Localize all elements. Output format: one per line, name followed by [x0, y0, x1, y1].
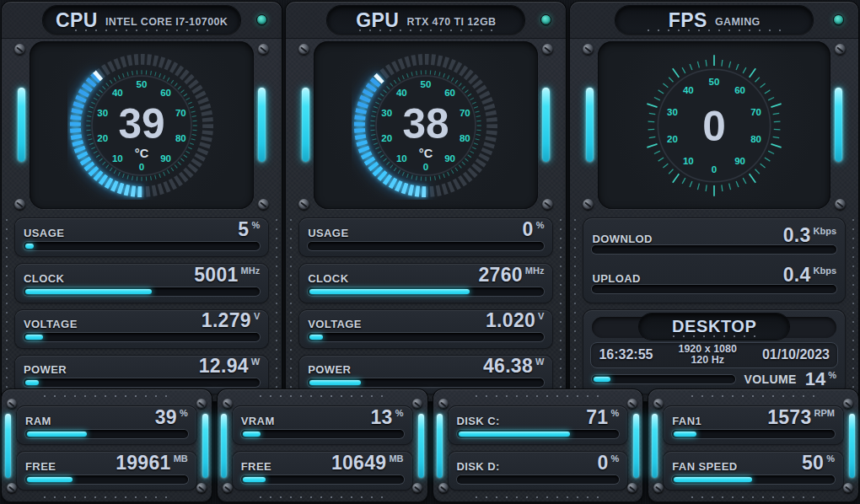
- svg-text:10: 10: [396, 153, 407, 164]
- stat-value: 13%: [371, 408, 404, 427]
- svg-text:40: 40: [396, 87, 407, 97]
- glow-bar-icon: [652, 414, 658, 478]
- led-indicator-icon: [256, 14, 267, 25]
- fan-speed-stat: FAN SPEED 50%: [664, 452, 843, 490]
- stat-label: FAN1: [672, 415, 701, 427]
- screw-icon: [7, 483, 17, 493]
- disk-c-stat: DISK C: 71%: [449, 406, 628, 444]
- cpu-usage-stat: USAGE 5%: [15, 218, 268, 256]
- gpu-gauge-area: 010203040506070809038°C: [286, 39, 566, 213]
- stat-value: 10649MB: [331, 453, 404, 473]
- svg-text:80: 80: [750, 134, 761, 144]
- stat-label: POWER: [24, 363, 67, 376]
- progress-bar: [308, 287, 544, 296]
- screw-icon: [835, 44, 846, 55]
- glow-bar-icon: [18, 88, 25, 162]
- screw-icon: [438, 399, 449, 409]
- stitch-dots: [691, 394, 817, 398]
- progress-bar: [24, 242, 260, 250]
- progress-bar: [592, 285, 836, 293]
- gpu-gauge-inset: 010203040506070809038°C: [314, 41, 538, 209]
- svg-text:38: 38: [403, 99, 449, 147]
- stat-value: 1.279V: [202, 311, 260, 330]
- svg-text:50: 50: [421, 79, 432, 89]
- cpu-panel-header: CPU INTEL CORE I7-10700K: [2, 2, 282, 39]
- stitch-dots: [43, 496, 169, 499]
- resolution: 1920 x 1080: [678, 343, 737, 355]
- svg-text:10: 10: [683, 156, 694, 166]
- glow-bar-icon: [202, 414, 208, 478]
- ram-panel: RAM 39% FREE 19961MB: [2, 389, 212, 502]
- progress-bar: [672, 475, 835, 484]
- stat-label: CLOCK: [24, 272, 64, 285]
- stat-label: RAM: [25, 415, 51, 427]
- screw-icon: [583, 199, 594, 210]
- stitch-dots: [672, 335, 756, 338]
- screw-icon: [258, 199, 269, 210]
- stat-label: FAN SPEED: [672, 460, 737, 473]
- gpu-stats: USAGE 0% CLOCK 2760MHz VOLTAGE 1.020V: [286, 213, 566, 402]
- stitch-dots: [647, 29, 782, 32]
- glow-bar-icon: [835, 88, 842, 162]
- gpu-power-stat: POWER 46.38W: [299, 356, 552, 394]
- volume-bar: [592, 375, 735, 383]
- svg-text:80: 80: [175, 132, 186, 142]
- disk-d-stat: DISK D: 0%: [449, 452, 628, 490]
- cpu-subtitle: INTEL CORE I7-10700K: [105, 13, 228, 28]
- fps-gauge-area: 01020304050607080900: [570, 39, 858, 213]
- glow-bar-icon: [437, 414, 443, 478]
- svg-text:39: 39: [119, 99, 165, 147]
- stat-value: 50%: [802, 453, 835, 473]
- stitch-dots: [259, 394, 385, 398]
- svg-text:70: 70: [460, 107, 470, 117]
- progress-bar: [24, 333, 260, 341]
- stat-value: 0.4Kbps: [783, 265, 836, 285]
- svg-text:20: 20: [667, 134, 678, 144]
- stat-value: 1573RPM: [767, 408, 835, 427]
- progress-bar: [241, 430, 404, 438]
- desktop-card: DESKTOP 16:32:55 1920 x 1080 120 Hz 01/1…: [583, 310, 845, 394]
- progress-bar: [672, 430, 835, 438]
- stitch-dots: [559, 218, 562, 397]
- svg-text:40: 40: [683, 84, 694, 94]
- screw-icon: [196, 399, 207, 409]
- glow-bar-icon: [418, 414, 424, 478]
- glow-bar-icon: [302, 88, 309, 162]
- svg-text:90: 90: [160, 153, 171, 164]
- volume-label: VOLUME: [744, 373, 796, 386]
- svg-text:°C: °C: [419, 147, 433, 160]
- stat-label: UPLOAD: [592, 272, 640, 285]
- svg-text:0: 0: [139, 161, 144, 171]
- fan-panel: FAN1 1573RPM FAN SPEED 50%: [648, 389, 858, 502]
- ram-usage-stat: RAM 39%: [17, 406, 196, 444]
- stat-value: 46.38W: [483, 357, 544, 376]
- vram-panel: VRAM 13% FREE 10649MB: [218, 389, 427, 502]
- cpu-gauge-inset: 010203040506070809039°C: [30, 41, 254, 209]
- progress-bar: [24, 287, 260, 296]
- svg-text:30: 30: [382, 107, 393, 117]
- svg-text:0: 0: [423, 161, 428, 171]
- screw-icon: [223, 483, 233, 493]
- stat-label: FREE: [241, 460, 271, 473]
- stitch-dots: [573, 218, 577, 397]
- svg-text:20: 20: [97, 132, 108, 142]
- network-card: DOWNLOD 0.3Kbps UPLOAD 0.4Kbps: [583, 218, 845, 303]
- fps-gauge-inset: 01020304050607080900: [598, 41, 830, 209]
- svg-text:0: 0: [702, 102, 726, 149]
- screw-icon: [627, 399, 637, 409]
- stat-value: 19961MB: [116, 453, 188, 473]
- stat-label: VOLTAGE: [308, 318, 362, 330]
- screw-icon: [298, 199, 309, 210]
- cpu-temp-gauge: 010203040506070809039°C: [67, 51, 216, 200]
- progress-bar: [241, 475, 404, 484]
- stitch-dots: [475, 496, 601, 499]
- glow-bar-icon: [542, 88, 550, 162]
- cpu-panel: CPU INTEL CORE I7-10700K 010203040506070…: [2, 2, 282, 402]
- screw-icon: [298, 44, 309, 55]
- stat-value: 0%: [523, 220, 545, 239]
- stat-value: 12.94W: [199, 357, 260, 376]
- stat-label: VOLTAGE: [24, 318, 78, 330]
- svg-text:60: 60: [160, 87, 171, 97]
- glow-bar-icon: [633, 414, 639, 478]
- svg-text:10: 10: [112, 153, 123, 164]
